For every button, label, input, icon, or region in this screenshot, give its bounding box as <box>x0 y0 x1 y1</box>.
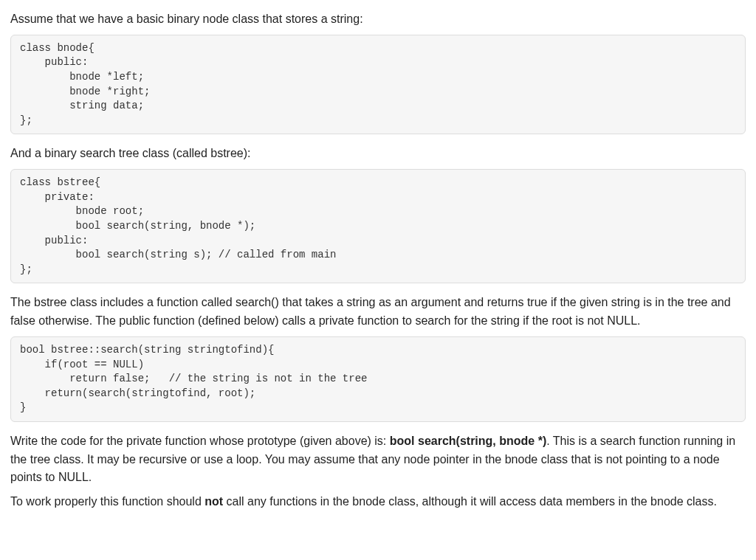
paragraph-intro-bnode: Assume that we have a basic binary node … <box>10 10 746 29</box>
constraint-text-c: call any functions in the bnode class, a… <box>223 495 717 508</box>
constraint-text-a: To work properly this function should <box>10 495 205 508</box>
paragraph-intro-bstree: And a binary search tree class (called b… <box>10 145 746 163</box>
code-block-bstree: class bstree{ private: bnode root; bool … <box>10 169 746 283</box>
code-block-search-public: bool bstree::search(string stringtofind)… <box>10 336 746 422</box>
paragraph-search-description: The bstree class includes a function cal… <box>10 294 746 331</box>
constraint-not-bold: not <box>205 495 223 508</box>
prototype-bold: bool search(string, bnode *) <box>390 435 546 447</box>
code-block-bnode: class bnode{ public: bnode *left; bnode … <box>10 35 746 135</box>
paragraph-constraint: To work properly this function should no… <box>10 493 746 511</box>
paragraph-question-prompt: Write the code for the private function … <box>10 432 746 487</box>
question-text-a: Write the code for the private function … <box>10 435 390 447</box>
